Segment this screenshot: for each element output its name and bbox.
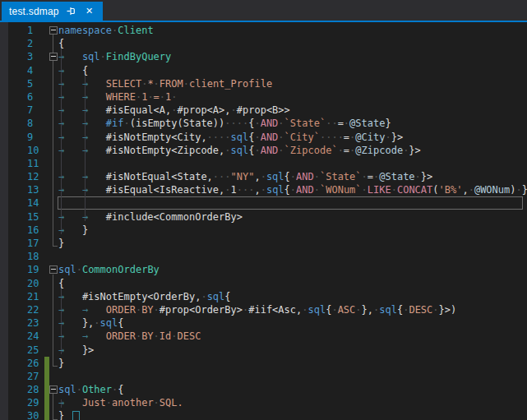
code-token: · (261, 171, 266, 182)
line-number: 3 (27, 50, 33, 63)
code-token: `State` (284, 118, 326, 129)
code-token: · (385, 132, 391, 143)
code-line[interactable]: 27 (0, 370, 527, 383)
code-token: BY (141, 304, 153, 316)
close-icon[interactable]: ✕ (84, 6, 95, 17)
code-token: · (314, 184, 320, 196)
code-token: client_Profile (189, 78, 272, 90)
code-text: sql·Other·{ (58, 383, 124, 396)
code-line[interactable]: 1namespace·Client (0, 24, 527, 37)
code-line[interactable]: 25→}> (0, 344, 527, 357)
code-line[interactable]: 16→} (0, 224, 527, 237)
code-token: BY (141, 330, 153, 342)
code-token: { (284, 184, 290, 196)
code-text: →#isNotEmpty<OrderBy,·sql{ (58, 290, 231, 303)
code-token: LIKE (368, 184, 391, 196)
code-line[interactable]: 23→},·sql{ (0, 316, 527, 330)
code-text: →→#isEqual<IsReactive,·1···,·sql{·AND·`W… (58, 183, 527, 196)
tab-test-sdmap[interactable]: test.sdmap ✕ (2, 2, 103, 21)
code-line[interactable]: 12→→#isNotEqual<State,···"NY",·sql{·AND·… (0, 170, 527, 183)
code-line[interactable]: 26} (0, 357, 527, 370)
code-token: AND (296, 171, 314, 182)
code-token: sql (307, 304, 326, 316)
code-text: →→#isNotEmpty<City,····sql{·AND·`City`··… (58, 131, 403, 144)
code-token: AND (261, 132, 279, 143)
fold-toggle[interactable] (49, 385, 58, 394)
code-text: →→SELECT·*·FROM·client_Profile (58, 77, 272, 90)
code-token: · (201, 291, 206, 302)
code-token: sql (231, 132, 249, 143)
code-token: · (183, 78, 189, 90)
code-token: · (331, 304, 337, 316)
line-number: 4 (27, 64, 33, 77)
fold-toggle[interactable] (49, 265, 58, 274)
code-token: · (154, 397, 159, 408)
line-number: 6 (27, 90, 33, 104)
code-token: FROM (159, 78, 183, 90)
code-line[interactable]: 15→→#include<CommonOrderBy> (0, 210, 527, 224)
code-line[interactable]: 8→→#if·(isEmpty(State))····{·AND·`State`… (0, 117, 527, 130)
code-line[interactable]: 18 (0, 250, 527, 263)
code-line[interactable]: 30} (0, 409, 527, 420)
code-text: →→#isNotEqual<State,···"NY",·sql{·AND·`S… (58, 170, 432, 183)
code-line[interactable]: 17} (0, 237, 527, 250)
code-token: = (154, 91, 159, 103)
code-token: ··· (213, 171, 231, 182)
code-token: , (254, 184, 260, 196)
code-token: Id (159, 330, 171, 342)
code-line[interactable]: 5→→SELECT·*·FROM·client_Profile (0, 77, 527, 90)
tab-whitespace-glyph: → (58, 330, 82, 343)
code-token: · (154, 330, 159, 342)
code-line[interactable]: 4→{ (0, 64, 527, 77)
code-line[interactable]: 3→sql·FindByQuery (0, 50, 527, 63)
code-line[interactable]: 24→→ORDER·BY·Id·DESC (0, 330, 527, 343)
line-number: 9 (27, 131, 33, 144)
code-line[interactable]: 13→→#isEqual<IsReactive,·1···,·sql{·AND·… (0, 183, 527, 196)
pin-icon[interactable] (66, 6, 77, 17)
line-number: 13 (27, 183, 39, 196)
code-token: #iif<Asc, (248, 304, 302, 316)
tab-whitespace-glyph: → (58, 144, 82, 157)
code-line[interactable]: 2{ (0, 37, 527, 50)
code-line[interactable]: 7→→#isEqual<A,·#prop<A>,·#prop<B>> (0, 104, 527, 117)
code-token: #isNotEmpty<City, (106, 132, 207, 143)
code-token: ···· (207, 132, 231, 143)
code-line[interactable]: 21→#isNotEmpty<OrderBy,·sql{ (0, 290, 527, 303)
line-number: 30 (27, 409, 39, 420)
code-token: · (362, 171, 368, 182)
code-line[interactable]: 11 (0, 157, 527, 170)
code-line[interactable]: 29→Just·another·SQL. (0, 396, 527, 409)
code-token: · (254, 132, 260, 143)
fold-toggle[interactable] (49, 53, 58, 61)
code-token: · (171, 104, 177, 116)
code-token: #include<CommonOrderBy> (106, 211, 243, 223)
tab-whitespace-glyph: → (58, 90, 82, 104)
code-line[interactable]: 9→→#isNotEmpty<City,····sql{·AND·`City`·… (0, 131, 527, 144)
code-token: · (290, 171, 296, 182)
code-line[interactable]: 20{ (0, 277, 527, 290)
code-token: · (415, 171, 421, 182)
tab-whitespace-glyph: → (82, 303, 106, 316)
code-line[interactable]: 19sql·CommonOrderBy (0, 263, 527, 276)
code-editor[interactable]: 1namespace·Client2{3→sql·FindByQuery4→{5… (0, 22, 527, 420)
code-token: · (123, 118, 129, 129)
code-token: AND (296, 184, 314, 196)
code-token: · (154, 304, 159, 316)
code-token: ORDER (106, 330, 136, 342)
line-number: 26 (27, 357, 39, 370)
tab-whitespace-glyph: → (82, 144, 106, 157)
code-token: 1 (231, 184, 237, 196)
fold-toggle[interactable] (49, 26, 58, 35)
code-token: @WONum (474, 184, 510, 196)
tab-whitespace-glyph: → (58, 210, 82, 224)
code-text: →→#isEqual<A,·#prop<A>,·#prop<B>> (58, 104, 290, 117)
code-token: @State (349, 118, 385, 129)
line-number: 19 (27, 263, 39, 276)
code-token: "NY" (231, 171, 255, 182)
line-number: 12 (27, 170, 39, 183)
code-line[interactable]: 10→→#isNotEmpty<Zipcode,·sql{·AND·`Zipco… (0, 144, 527, 157)
code-line[interactable]: 28sql·Other·{ (0, 383, 527, 396)
code-line[interactable]: 22→→ORDER·BY·#prop<OrderBy>·#iif<Asc,·sq… (0, 303, 527, 316)
code-line[interactable]: 14 (0, 196, 527, 210)
code-line[interactable]: 6→→WHERE·1·=·1· (0, 90, 527, 104)
